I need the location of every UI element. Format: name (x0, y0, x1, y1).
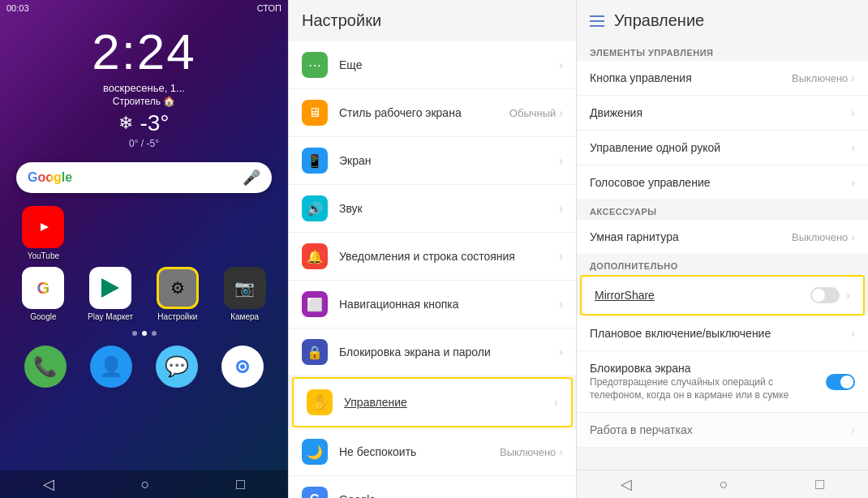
control-item-button[interactable]: Кнопка управления Выключено › (577, 61, 868, 96)
app-youtube[interactable]: YouTube (13, 206, 74, 260)
hamburger-icon[interactable] (590, 15, 604, 27)
navbtn-chevron: › (559, 298, 563, 311)
style-chevron: › (559, 106, 563, 119)
youtube-label: YouTube (28, 251, 59, 260)
ctrl-nav-home[interactable]: ○ (720, 476, 728, 493)
big-clock: 2:24 (0, 23, 288, 80)
settings-label: Настройки (157, 312, 197, 321)
sound-icon: 🔊 (302, 195, 328, 221)
status-left: 00:03 (6, 3, 29, 13)
settings-item-google[interactable]: G Google › (289, 476, 576, 498)
control-label: Управление (344, 396, 554, 409)
headset-value: Выключено (792, 231, 848, 243)
dock-phone[interactable]: 📞 (24, 346, 67, 388)
youtube-icon (22, 206, 64, 248)
settings-item-sound[interactable]: 🔊 Звук › (289, 185, 576, 233)
app-camera[interactable]: 📷 Камера (214, 267, 275, 321)
nav-back[interactable]: ◁ (43, 475, 54, 493)
control-title: Управление (614, 11, 704, 30)
settings-item-style[interactable]: 🖥 Стиль рабочего экрана Обычный › (289, 89, 576, 137)
app-google[interactable]: G Google (13, 267, 74, 321)
headset-chevron: › (851, 230, 855, 243)
control-item-onehand[interactable]: Управление одной рукой › (577, 131, 868, 165)
notifications-chevron: › (559, 250, 563, 263)
lock-chevron: › (559, 346, 563, 358)
phone-date: воскресенье, 1... (0, 82, 288, 94)
temp-range: 0° / -5° (0, 138, 288, 149)
google-settings-label: Google (339, 493, 559, 498)
screen-chevron: › (559, 154, 563, 167)
control-panel: Управление ЭЛЕМЕНТЫ УПРАВЛЕНИЯ Кнопка уп… (576, 0, 868, 498)
navbtn-label: Навигационная кнопка (339, 298, 559, 311)
settings-item-screen[interactable]: 📱 Экран › (289, 137, 576, 185)
control-button-value: Выключено (792, 72, 848, 84)
app-play[interactable]: Play Маркет (80, 267, 141, 321)
settings-item-more[interactable]: ⋯ Еще › (289, 41, 576, 89)
control-button-chevron: › (851, 71, 855, 84)
gloves-label: Работа в перчатках (590, 423, 851, 436)
settings-item-lock[interactable]: 🔒 Блокировка экрана и пароли › (289, 328, 576, 376)
phone-screen: 00:03 СТОП 2:24 воскресенье, 1... Строит… (0, 0, 288, 498)
bottom-dock: 📞 👤 💬 (0, 339, 288, 394)
control-item-screenlock[interactable]: Блокировка экрана Предотвращение случайн… (577, 351, 868, 413)
dock-contacts[interactable]: 👤 (90, 346, 132, 388)
voice-chevron: › (851, 176, 855, 189)
notifications-icon: 🔔 (302, 243, 328, 269)
dock-messages[interactable]: 💬 (156, 346, 198, 388)
dnd-label: Не беспокоить (339, 445, 500, 458)
dot1 (132, 331, 137, 336)
mirrorshare-toggle[interactable] (810, 287, 840, 303)
control-item-headset[interactable]: Умная гарнитура Выключено › (577, 220, 868, 255)
dock-chrome[interactable] (221, 346, 264, 388)
google-search-bar[interactable]: Google 🎤 (16, 162, 272, 193)
settings-title: Настройки (289, 0, 576, 41)
settings-item-dnd[interactable]: 🌙 Не беспокоить Выключено › (289, 428, 576, 476)
gloves-chevron: › (851, 423, 855, 436)
mirrorshare-chevron: › (846, 289, 850, 302)
sound-label: Звук (339, 202, 559, 215)
app-empty2 (148, 206, 208, 260)
settings-icon: ⚙ (157, 267, 199, 309)
hamburger-line1 (590, 15, 604, 17)
camera-icon: 📷 (224, 267, 266, 309)
svg-point-6 (240, 364, 245, 369)
lock-label: Блокировка экрана и пароли (339, 346, 559, 358)
control-item-mirrorshare[interactable]: MirrorShare › (580, 275, 865, 316)
settings-item-navbtn[interactable]: ⬜ Навигационная кнопка › (289, 281, 576, 328)
settings-panel: Настройки ⋯ Еще › 🖥 Стиль рабочего экран… (288, 0, 576, 498)
page-dots (0, 331, 288, 336)
style-label: Стиль рабочего экрана (339, 106, 509, 119)
ctrl-nav-recents[interactable]: □ (815, 476, 824, 493)
settings-list: ⋯ Еще › 🖥 Стиль рабочего экрана Обычный … (289, 41, 576, 498)
screenlock-toggle[interactable] (826, 374, 855, 390)
settings-item-notifications[interactable]: 🔔 Уведомления и строка состояния › (289, 233, 576, 281)
control-item-schedule[interactable]: Плановое включение/выключение › (577, 316, 868, 351)
control-nav-bar: ◁ ○ □ (577, 470, 868, 498)
control-chevron: › (554, 396, 558, 409)
play-label: Play Маркет (88, 312, 133, 321)
more-icon: ⋯ (302, 52, 328, 78)
section-accessories-label: АКСЕССУАРЫ (577, 200, 868, 220)
status-bar: 00:03 СТОП (0, 0, 288, 16)
nav-recents[interactable]: □ (236, 476, 245, 493)
mic-icon: 🎤 (243, 169, 260, 187)
phone-nav-bar: ◁ ○ □ (0, 470, 288, 498)
app-settings[interactable]: ⚙ Настройки (148, 267, 208, 321)
status-stop: СТОП (257, 3, 281, 13)
dot3 (152, 331, 157, 336)
settings-item-control[interactable]: ✋ Управление › (292, 377, 573, 427)
dnd-icon: 🌙 (302, 439, 328, 465)
control-item-gloves[interactable]: Работа в перчатках › (577, 413, 868, 448)
nav-home[interactable]: ○ (141, 476, 150, 493)
google-settings-icon: G (302, 487, 328, 498)
app-empty3 (214, 206, 275, 260)
ctrl-nav-back[interactable]: ◁ (621, 475, 632, 493)
google-icon: G (22, 267, 64, 309)
weather-section: ❄ -3° (0, 110, 288, 136)
style-icon: 🖥 (302, 100, 328, 126)
control-item-movements[interactable]: Движения › (577, 96, 868, 131)
navbtn-icon: ⬜ (302, 291, 328, 317)
hamburger-line3 (590, 25, 604, 27)
dnd-chevron: › (559, 445, 563, 458)
control-item-voice[interactable]: Голосовое управление › (577, 165, 868, 200)
